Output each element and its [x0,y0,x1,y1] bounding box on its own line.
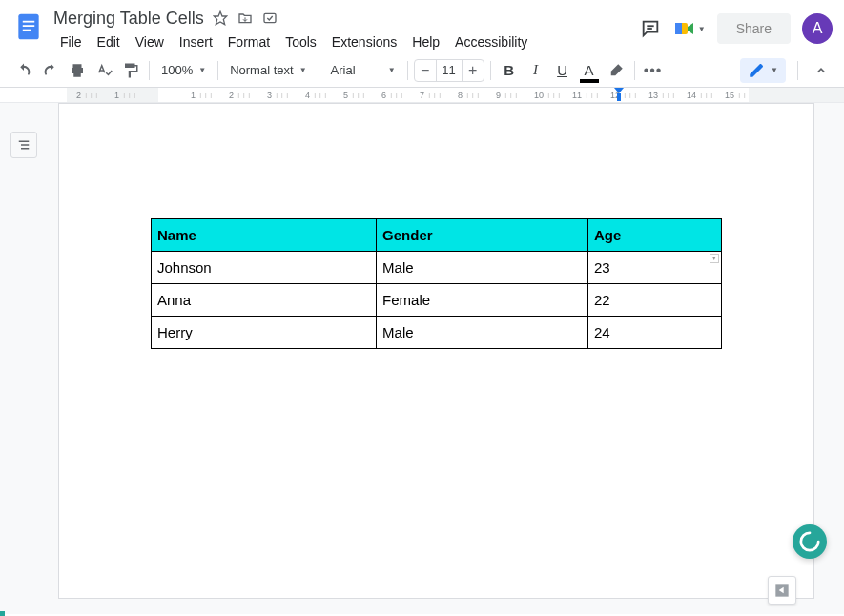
table-cell[interactable]: Male [377,317,588,349]
star-icon[interactable] [212,10,229,27]
document-area: Name Gender Age Johnson Male 23▾ Anna Fe… [0,103,844,614]
style-value: Normal text [230,63,293,77]
document-scroll[interactable]: Name Gender Age Johnson Male 23▾ Anna Fe… [48,103,844,614]
meet-icon[interactable]: ▼ [673,19,706,38]
chevron-down-icon: ▼ [698,25,706,33]
side-panel-toggle-button[interactable] [768,576,796,605]
outline-sidebar [0,103,48,614]
paragraph-style-selector[interactable]: Normal text ▼ [224,59,312,81]
print-button[interactable] [65,58,90,83]
toolbar-separator [217,61,218,80]
explore-button[interactable] [793,524,827,559]
table-header-row[interactable]: Name Gender Age [152,219,722,252]
table-cell[interactable]: Anna [152,284,377,317]
document-page[interactable]: Name Gender Age Johnson Male 23▾ Anna Fe… [58,103,814,599]
comment-history-icon[interactable] [639,17,662,40]
toolbar-separator [149,61,150,80]
table-header-cell[interactable]: Name [152,219,377,252]
underline-button[interactable]: U [550,58,575,83]
chevron-down-icon: ▼ [198,66,206,74]
title-row: Merging Table Cells [53,8,639,29]
horizontal-ruler[interactable]: 2ııı 1ııı 1ııı 2ııı 3ııı 4ııı 5ııı 6ııı … [0,88,844,103]
paint-format-button[interactable] [118,58,143,83]
svg-marker-11 [614,88,624,93]
table-cell[interactable]: 22 [587,284,721,317]
toolbar-separator [407,61,408,80]
hide-menus-button[interactable] [810,59,833,82]
text-color-button[interactable]: A [577,58,602,83]
table-row[interactable]: Herry Male 24 [152,317,722,349]
menu-file[interactable]: File [53,31,89,53]
table-header-cell[interactable]: Age [587,219,721,252]
chevron-down-icon: ▼ [299,66,307,74]
undo-button[interactable] [11,58,36,83]
redo-button[interactable] [38,58,63,83]
more-options-button[interactable]: ••• [641,58,666,83]
document-title[interactable]: Merging Table Cells [53,9,204,29]
header: Merging Table Cells File Edit View Inser… [0,0,844,53]
docs-logo-icon[interactable] [11,10,46,44]
status-icon[interactable] [261,10,278,27]
table-row[interactable]: Anna Female 22 [152,284,722,317]
ruler-right-margin[interactable] [749,88,844,102]
user-avatar[interactable]: A [802,13,833,44]
font-size-increase-button[interactable]: + [463,60,484,81]
table-cell[interactable]: 24 [587,317,721,349]
move-icon[interactable] [237,10,254,27]
page-edge-indicator [0,611,5,616]
highlight-button[interactable] [604,58,628,83]
menu-view[interactable]: View [129,31,171,53]
toolbar-separator [797,61,798,80]
svg-rect-2 [23,25,34,27]
menu-help[interactable]: Help [405,31,446,53]
table-cell[interactable]: Herry [152,317,377,349]
title-area: Merging Table Cells File Edit View Inser… [53,8,639,53]
ruler-content: 2ııı 1ııı 1ııı 2ııı 3ııı 4ııı 5ııı 6ııı … [67,88,844,102]
chevron-down-icon: ▼ [771,66,778,74]
font-size-input[interactable] [436,60,463,81]
svg-rect-5 [264,13,276,22]
italic-button[interactable]: I [524,58,548,83]
table-cell[interactable]: 23▾ [587,252,721,284]
svg-rect-3 [23,30,31,31]
menu-accessibility[interactable]: Accessibility [448,31,534,53]
svg-rect-1 [23,21,34,23]
font-size-decrease-button[interactable]: − [415,60,436,81]
table-cell[interactable]: Female [377,284,588,317]
menu-extensions[interactable]: Extensions [325,31,403,53]
content-table[interactable]: Name Gender Age Johnson Male 23▾ Anna Fe… [151,218,722,349]
table-cell[interactable]: Johnson [152,252,377,284]
toolbar-right: ▼ [740,58,833,83]
table-row[interactable]: Johnson Male 23▾ [152,252,722,284]
table-header-cell[interactable]: Gender [377,219,588,252]
spellcheck-button[interactable] [92,58,116,83]
menu-tools[interactable]: Tools [278,31,323,53]
toolbar: 100% ▼ Normal text ▼ Arial ▼ − + B I U A… [0,53,844,88]
font-size-control: − + [414,59,484,82]
cell-drag-handle[interactable]: ▾ [710,254,719,263]
svg-rect-9 [675,23,682,34]
share-button[interactable]: Share [717,13,791,44]
menu-edit[interactable]: Edit [91,31,127,53]
indent-marker[interactable] [614,88,624,103]
menu-format[interactable]: Format [221,31,277,53]
menu-insert[interactable]: Insert [173,31,219,53]
zoom-selector[interactable]: 100% ▼ [155,59,212,81]
outline-toggle-icon[interactable] [10,132,37,158]
svg-marker-4 [214,11,226,24]
title-actions [212,10,278,27]
header-right: ▼ Share A [639,13,833,44]
toolbar-separator [634,61,635,80]
editing-mode-button[interactable]: ▼ [740,58,786,83]
toolbar-separator [490,61,491,80]
svg-marker-10 [688,23,693,34]
font-value: Arial [331,63,356,77]
toolbar-separator [319,61,319,80]
svg-rect-12 [617,93,621,101]
chevron-down-icon: ▼ [388,66,396,74]
font-selector[interactable]: Arial ▼ [325,59,401,81]
table-cell[interactable]: Male [377,252,588,284]
zoom-value: 100% [161,63,193,77]
menu-bar: File Edit View Insert Format Tools Exten… [53,31,639,53]
bold-button[interactable]: B [497,58,522,83]
